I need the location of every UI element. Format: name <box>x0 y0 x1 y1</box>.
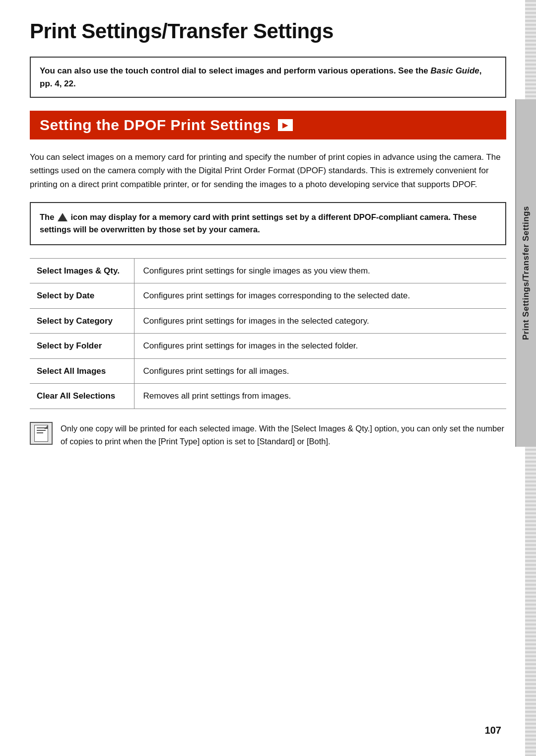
table-cell-label: Select by Date <box>30 283 134 309</box>
table-cell-label: Select Images & Qty. <box>30 258 134 283</box>
note-icon-inner <box>34 425 48 442</box>
warning-text: The icon may display for a memory card w… <box>40 211 496 236</box>
table-cell-label: Select by Category <box>30 308 134 334</box>
sidebar-tab-label: Print Settings/Transfer Settings <box>521 206 531 340</box>
table-cell-description: Configures print settings for images in … <box>134 308 506 334</box>
note-icon <box>30 422 53 445</box>
table-cell-description: Removes all print settings from images. <box>134 384 506 409</box>
touch-note-text: You can also use the touch control dial … <box>40 65 496 90</box>
touch-note-italic: Basic Guide <box>431 66 479 75</box>
section-heading-bar: Setting the DPOF Print Settings ▶ <box>30 111 506 139</box>
note-icon-triangle <box>44 425 48 429</box>
table-row: Select by Category Configures print sett… <box>30 308 506 334</box>
page-title: Print Settings/Transfer Settings <box>30 20 506 43</box>
table-row: Select All Images Configures print setti… <box>30 358 506 384</box>
sidebar-tab: Print Settings/Transfer Settings <box>515 99 536 447</box>
table-cell-label: Clear All Selections <box>30 384 134 409</box>
table-cell-description: Configures print settings for single ima… <box>134 258 506 283</box>
note-box: Only one copy will be printed for each s… <box>30 422 506 448</box>
table-cell-label: Select by Folder <box>30 334 134 359</box>
table-row: Select by Folder Configures print settin… <box>30 334 506 359</box>
warning-triangle-icon <box>58 213 67 221</box>
table-cell-label: Select All Images <box>30 358 134 384</box>
table-row: Clear All Selections Removes all print s… <box>30 384 506 409</box>
table-cell-description: Configures print settings for all images… <box>134 358 506 384</box>
table-cell-description: Configures print settings for images in … <box>134 334 506 359</box>
section-heading-text: Setting the DPOF Print Settings <box>40 117 271 134</box>
touch-note-text-before: You can also use the touch control dial … <box>40 66 431 75</box>
note-icon-line <box>37 430 46 431</box>
table-row: Select by Date Configures print settings… <box>30 283 506 309</box>
page-container: Print Settings/Transfer Settings Print S… <box>0 0 536 756</box>
table-row: Select Images & Qty. Configures print se… <box>30 258 506 283</box>
warning-box: The icon may display for a memory card w… <box>30 202 506 245</box>
note-text: Only one copy will be printed for each s… <box>61 422 506 448</box>
body-paragraph: You can select images on a memory card f… <box>30 150 506 191</box>
page-number: 107 <box>485 725 501 736</box>
touch-note-box: You can also use the touch control dial … <box>30 57 506 98</box>
play-icon: ▶ <box>282 121 288 129</box>
note-icon-line-short <box>37 432 43 433</box>
settings-table: Select Images & Qty. Configures print se… <box>30 258 506 409</box>
section-heading-icon: ▶ <box>278 119 293 131</box>
table-cell-description: Configures print settings for images cor… <box>134 283 506 309</box>
